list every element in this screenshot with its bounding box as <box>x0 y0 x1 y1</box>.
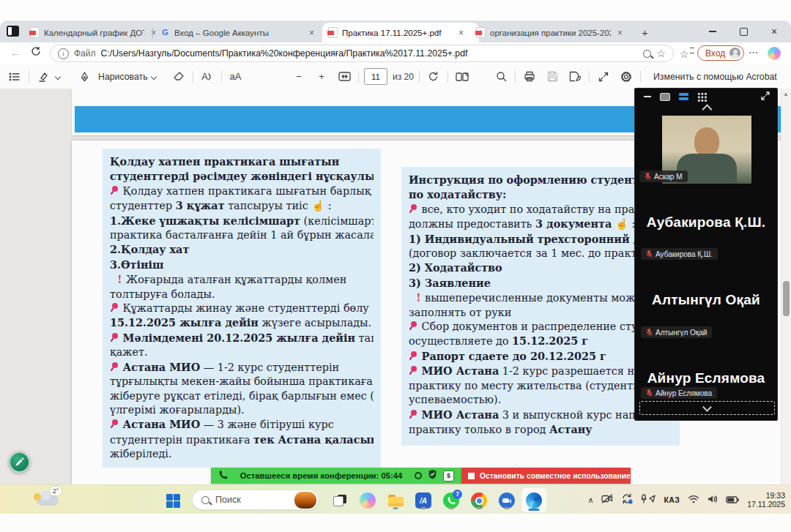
fullscreen-icon[interactable] <box>595 68 612 86</box>
clock[interactable]: 19:33 17.11.2025 <box>747 491 785 509</box>
highlighter-icon[interactable] <box>34 68 52 86</box>
start-button[interactable] <box>163 490 183 511</box>
record-circle-icon[interactable] <box>415 472 422 479</box>
stop-sharing-bar[interactable]: Остановить совместное использование <box>461 468 631 484</box>
dollar-badge-icon[interactable]: $ <box>443 471 454 482</box>
favorite-star-icon[interactable]: ☆ <box>656 48 666 59</box>
back-icon[interactable]: ← <box>10 46 21 59</box>
taskbar-search[interactable]: Поиск <box>192 490 319 510</box>
tab-divider <box>152 28 153 38</box>
search-placeholder: Поиск <box>215 495 289 505</box>
address-bar: ← i Файл C:/Users/Назгуль/Documents/Прак… <box>0 42 791 65</box>
folder-icon <box>388 495 404 506</box>
tab-google-signin[interactable]: G Вход – Google Аккаунты × <box>155 23 332 42</box>
scroll-up-icon[interactable]: ▲ <box>783 91 789 97</box>
panel-expand-icon[interactable] <box>761 90 770 103</box>
tab-close-icon[interactable]: × <box>456 28 466 38</box>
panel-minimize-icon[interactable] <box>644 96 651 97</box>
browser-menu-icon[interactable]: ⋯ <box>749 47 759 58</box>
tab-close-icon[interactable]: × <box>615 28 625 38</box>
panel-popout-icon[interactable] <box>660 93 670 101</box>
task-view-icon <box>333 495 346 506</box>
camera-off-icon[interactable] <box>601 493 613 506</box>
chrome-button[interactable] <box>469 490 489 511</box>
annotate-pencil-button[interactable] <box>9 452 30 473</box>
tray-chevron-icon[interactable]: ∧ <box>587 495 593 505</box>
page-number-input[interactable] <box>364 68 387 85</box>
window-close-button[interactable]: × <box>762 20 787 42</box>
weather-temp-badge: 2° <box>50 487 62 495</box>
language-indicator[interactable]: КАЗ <box>664 495 680 504</box>
tab-calendar-pdf[interactable]: Календарный график ДОТ 2025- × <box>24 23 164 42</box>
running-indicator-active <box>529 509 540 511</box>
wifi-icon[interactable] <box>688 493 699 506</box>
zoom-search-icon[interactable] <box>643 50 651 58</box>
edit-with-acrobat-button[interactable]: Изменить с помощью Acrobat <box>653 72 777 82</box>
page-view-icon[interactable] <box>453 68 471 86</box>
battery-icon[interactable] <box>726 493 739 506</box>
zoom-icon <box>499 492 515 509</box>
edge-icon <box>526 492 542 509</box>
url-text[interactable]: C:/Users/Назгуль/Documents/Практика%20ко… <box>101 48 639 59</box>
eraser-icon[interactable] <box>170 68 187 86</box>
pdf-file-icon <box>476 27 486 38</box>
chevron-up-icon[interactable] <box>702 104 712 114</box>
save-as-icon[interactable] <box>566 68 584 86</box>
participant-name-large: Аубакирова Қ.Ш. <box>635 214 777 231</box>
chevron-down-icon[interactable] <box>150 73 156 79</box>
zoom-button[interactable] <box>497 490 517 511</box>
toc-icon[interactable] <box>6 68 23 86</box>
file-explorer-button[interactable] <box>385 490 406 511</box>
pen-icon[interactable] <box>75 68 93 86</box>
whatsapp-button[interactable]: 7 <box>441 490 461 511</box>
participant-label: Аубакирова Қ.Ш. <box>641 248 718 260</box>
participant-label: Айнур Еслямова <box>641 387 717 399</box>
draw-button-label[interactable]: Нарисовать <box>98 72 148 82</box>
tab-close-icon[interactable]: × <box>307 28 316 38</box>
tab-praktika-pdf-active[interactable]: Практика 17.11.2025+.pdf × <box>322 23 479 42</box>
ma-app-button[interactable]: /A <box>413 490 434 511</box>
edge-button-active[interactable] <box>521 488 546 512</box>
copilot-icon[interactable] <box>768 47 781 60</box>
zoom-in-icon[interactable]: + <box>313 68 330 86</box>
refresh-icon[interactable] <box>31 46 41 59</box>
info-icon[interactable]: i <box>58 48 69 59</box>
signin-button[interactable]: Вход <box>697 45 744 61</box>
read-aloud-icon[interactable]: A <box>198 68 216 86</box>
gallery-view-icon[interactable] <box>697 92 707 102</box>
new-tab-button[interactable]: + <box>642 26 648 39</box>
volume-icon[interactable] <box>708 493 718 506</box>
mic-muted-icon <box>646 389 653 397</box>
signin-label: Вход <box>705 48 725 59</box>
more-participants-button[interactable] <box>639 401 775 415</box>
print-icon[interactable] <box>521 68 538 86</box>
tab-organizaciya-pdf[interactable]: организация практики 2025-202 × <box>470 23 642 42</box>
scrollbar-thumb[interactable] <box>783 281 790 316</box>
speaker-view-icon[interactable] <box>679 93 688 100</box>
meeting-panel[interactable]: Аскар М Аубакирова Қ.Ш. Аубакирова Қ.Ш. … <box>634 88 778 421</box>
shield-check-icon[interactable] <box>428 469 437 482</box>
search-document-icon[interactable] <box>492 68 510 86</box>
participant-name-large: Айнур Еслямова <box>635 370 777 386</box>
mic-location-icon[interactable] <box>641 493 656 506</box>
task-view-button[interactable] <box>330 490 350 511</box>
window-maximize-button[interactable] <box>731 20 756 42</box>
sync-icon[interactable] <box>621 493 633 507</box>
phone-icon <box>218 469 228 482</box>
window-minimize-button[interactable] <box>700 20 725 42</box>
bing-daily-image[interactable] <box>294 492 316 509</box>
page-count-label: из 20 <box>393 72 414 82</box>
translate-icon[interactable]: аА <box>227 68 245 86</box>
weather-widget[interactable]: 2° <box>32 488 70 512</box>
favorites-bar-icon[interactable]: ☆ <box>680 48 694 60</box>
stop-sharing-label: Остановить совместное использование <box>480 472 631 480</box>
fit-width-icon[interactable] <box>335 68 353 86</box>
chevron-down-icon[interactable] <box>55 73 61 79</box>
desktop-screenshot: Календарный график ДОТ 2025- × G Вход – … <box>0 0 791 532</box>
settings-gear-icon[interactable] <box>617 68 635 86</box>
url-field[interactable]: i Файл C:/Users/Назгуль/Documents/Практи… <box>50 45 674 62</box>
copilot-button[interactable] <box>357 490 378 511</box>
rotate-icon[interactable] <box>425 68 442 86</box>
tab-actions-icon[interactable] <box>7 26 19 37</box>
zoom-out-icon[interactable]: − <box>290 68 308 86</box>
